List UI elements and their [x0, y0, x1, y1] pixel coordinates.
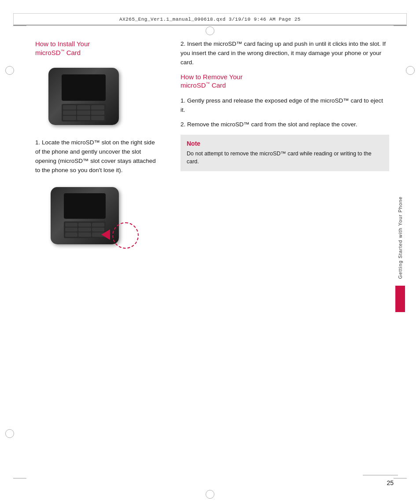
step1-remove-text: 1. Gently press and release the exposed … — [181, 96, 389, 115]
margin-line — [394, 26, 407, 26]
step2-remove-text: 2. Remove the microSD™ card from the slo… — [181, 120, 389, 129]
phone-keypad-1 — [62, 104, 106, 121]
sidebar-rotated-text: Getting Started with Your Phone — [398, 196, 403, 279]
left-column: How to Install YourmicroSD™ Card 1. Loca… — [22, 31, 167, 478]
sidebar-red-bar — [395, 286, 405, 312]
remove-heading: How to Remove YourmicroSD™ Card — [181, 73, 389, 90]
content-area: How to Install YourmicroSD™ Card 1. Loca… — [22, 31, 398, 478]
margin-line — [13, 478, 26, 478]
sd-arrow-icon — [101, 229, 110, 240]
note-box: Note Do not attempt to remove the microS… — [181, 135, 389, 172]
step1-install-text: 1. Locate the microSD™ slot on the right… — [35, 138, 158, 175]
phone-screen-1 — [62, 74, 106, 101]
note-text: Do not attempt to remove the microSD™ ca… — [187, 150, 383, 166]
margin-line — [13, 26, 26, 26]
reg-mark-right-top — [406, 66, 415, 75]
header-bar: AX265_Eng_Ver1.1_manual_090618.qxd 3/19/… — [13, 13, 407, 26]
page-divider — [363, 475, 398, 475]
sd-dashed-circle — [112, 222, 139, 249]
phone-image-2 — [37, 180, 143, 251]
reg-mark-bottom — [206, 490, 214, 499]
reg-mark-left-bottom — [5, 429, 14, 438]
margin-line — [394, 478, 407, 478]
phone-screen-2 — [64, 193, 106, 219]
page-number: 25 — [387, 479, 394, 486]
reg-mark-left-top — [5, 66, 14, 75]
right-column: 2. Insert the microSD™ card facing up an… — [167, 31, 398, 478]
right-sidebar: Getting Started with Your Phone — [394, 31, 407, 478]
phone-image-1 — [40, 63, 136, 129]
install-heading: How to Install YourmicroSD™ Card — [35, 40, 158, 57]
header-text: AX265_Eng_Ver1.1_manual_090618.qxd 3/19/… — [119, 17, 301, 22]
step2-install-text: 2. Insert the microSD™ card facing up an… — [181, 40, 389, 67]
phone-body-1 — [48, 68, 119, 125]
phone-keypad-2 — [64, 221, 106, 238]
note-heading: Note — [187, 140, 383, 147]
